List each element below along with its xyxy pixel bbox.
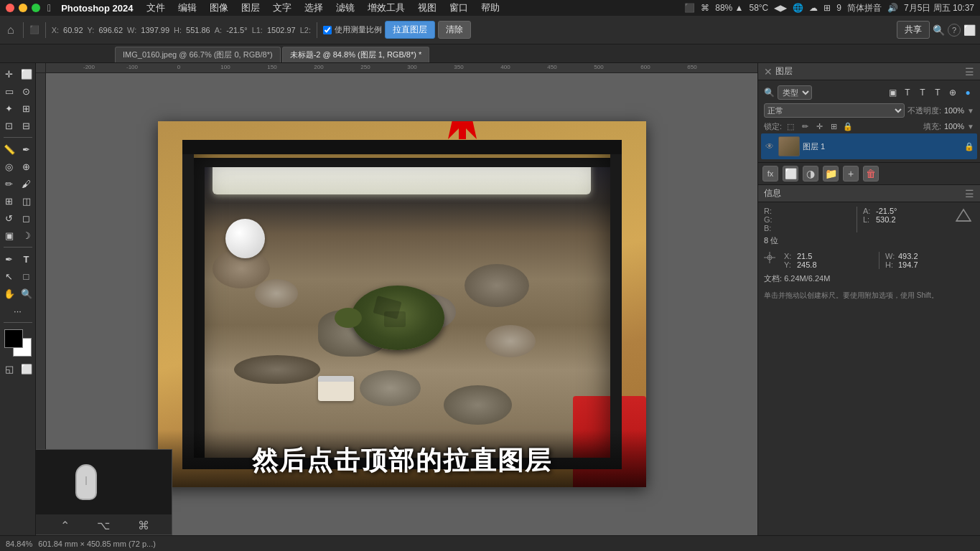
layer-delete-btn[interactable]: 🗑 (863, 166, 879, 182)
layer-shape-filter[interactable]: T (916, 86, 929, 99)
layer-fx-btn[interactable]: fx (762, 166, 778, 182)
footer-alt-icon[interactable]: ⌥ (97, 519, 110, 532)
layers-type-select[interactable]: 类型 (778, 85, 812, 100)
search-icon[interactable]: 🔍 (933, 24, 945, 36)
straighten-layer-button[interactable]: 拉直图层 (385, 21, 435, 39)
layer-smart-filter[interactable]: T (931, 86, 944, 99)
layer-adjust-btn[interactable]: ◑ (803, 166, 818, 182)
info-body: R: G: B: A: -21.5° L: (758, 202, 980, 535)
clear-button[interactable]: 清除 (438, 21, 471, 39)
measure-tool[interactable]: 📏 (1, 141, 17, 157)
menu-plugin[interactable]: 增效工具 (363, 1, 409, 14)
history-brush-tool[interactable]: ↺ (1, 210, 17, 226)
menu-view[interactable]: 视图 (414, 1, 441, 14)
slice-tool[interactable]: ⊟ (19, 118, 34, 133)
menu-help[interactable]: 帮助 (477, 1, 504, 14)
object-select-tool[interactable]: ⊞ (19, 100, 34, 116)
clone-tool[interactable]: ⊞ (1, 193, 17, 209)
info-w-label: W: (885, 252, 895, 260)
layers-mode-select[interactable]: 正常 (764, 103, 905, 118)
tool-group-9: ↺ ◻ (1, 210, 34, 226)
crop-tool[interactable]: ⊡ (1, 118, 17, 133)
minimize-button[interactable] (19, 4, 27, 12)
help-icon[interactable]: ? (948, 24, 961, 37)
menu-text[interactable]: 文字 (269, 1, 296, 14)
mixer-brush-tool[interactable]: 🖌 (19, 176, 34, 192)
patch-tool[interactable]: ⊕ (19, 159, 34, 174)
eyedropper-tool[interactable]: ✒ (19, 141, 34, 157)
layer-item-1[interactable]: 👁 图层 1 🔒 (761, 133, 977, 159)
quick-select-tool[interactable]: ✦ (1, 100, 17, 116)
hand-tool[interactable]: ✋ (1, 286, 17, 301)
layer-adjust-filter[interactable]: T (901, 86, 914, 99)
maximize-button[interactable] (32, 4, 40, 12)
menu-notif: 9 (836, 3, 841, 13)
dodge-tool[interactable]: ☽ (19, 227, 34, 243)
pattern-stamp-tool[interactable]: ◫ (19, 193, 34, 209)
layer-filter-toggle[interactable]: ● (961, 86, 974, 99)
menu-edit[interactable]: 编辑 (174, 1, 201, 14)
apple-icon[interactable]:  (47, 2, 51, 14)
menu-file[interactable]: 文件 (142, 1, 169, 14)
zoom-tool[interactable]: 🔍 (19, 286, 34, 301)
ruler-label: 150 (267, 64, 276, 70)
layer-effect-filter[interactable]: ⊕ (946, 86, 959, 99)
measure-checkbox[interactable]: 使用测量比例 (323, 24, 382, 35)
ruler-label: 650 (687, 64, 696, 70)
tab-untitled2[interactable]: 未标题-2 @ 84.8% (图层 1, RGB/8*) * (282, 47, 430, 62)
lock-transparent-btn[interactable]: ⬚ (785, 121, 796, 132)
layer-name-1: 图层 1 (803, 141, 961, 152)
footer-ctrl-icon[interactable]: ⌃ (60, 519, 70, 532)
tab-img0160[interactable]: IMG_0160.jpeg @ 66.7% (图层 0, RGB/8*) (115, 47, 281, 62)
info-panel-options[interactable]: ☰ (965, 188, 974, 199)
fill-chevron[interactable]: ▼ (967, 123, 974, 131)
lock-pixels-btn[interactable]: ✏ (799, 121, 811, 132)
spot-heal-tool[interactable]: ◎ (1, 159, 17, 174)
foreground-color[interactable] (4, 329, 23, 348)
gradient-tool[interactable]: ▣ (1, 227, 17, 243)
home-button[interactable]: ⌂ (4, 21, 17, 39)
layer-new-btn[interactable]: + (843, 166, 859, 182)
lasso-tool[interactable]: ⊙ (19, 83, 34, 99)
layer-pixel-filter[interactable]: ▣ (886, 86, 899, 99)
lock-artboard-btn[interactable]: ⊞ (828, 121, 839, 132)
menu-window[interactable]: 窗口 (445, 1, 472, 14)
layers-panel-close[interactable]: ✕ (764, 66, 773, 77)
menu-layer[interactable]: 图层 (237, 1, 264, 14)
document-canvas[interactable]: 然后点击顶部的拉直图层 (158, 121, 646, 487)
pen-tool[interactable]: ✒ (1, 251, 17, 267)
tool-group-10: ▣ ☽ (1, 227, 34, 243)
brush-tool[interactable]: ✏ (1, 176, 17, 192)
color-swatches[interactable] (4, 329, 32, 357)
type-tool[interactable]: T (19, 251, 34, 267)
artboard-tool[interactable]: ⬜ (19, 66, 34, 82)
layer-group-btn[interactable]: 📁 (823, 166, 839, 182)
app-name[interactable]: Photoshop 2024 (57, 3, 137, 14)
workspace-icon[interactable]: ⬜ (963, 24, 976, 36)
marquee-tool[interactable]: ▭ (1, 83, 17, 99)
menu-filter[interactable]: 滤镜 (332, 1, 359, 14)
layer-visibility-1[interactable]: 👁 (764, 141, 775, 152)
quick-mask-btn[interactable]: ◱ (1, 361, 17, 377)
lock-position-btn[interactable]: ✛ (813, 121, 825, 132)
move-tool[interactable]: ✛ (1, 66, 17, 82)
x-label: X: (52, 26, 59, 34)
opacity-chevron[interactable]: ▼ (967, 107, 974, 115)
share-button[interactable]: 共享 (897, 21, 930, 39)
more-tools-btn[interactable]: ··· (10, 303, 26, 319)
layer-mask-btn[interactable]: ⬜ (783, 166, 798, 182)
info-panel-header: 信息 ☰ (758, 185, 980, 202)
footer-cmd-icon[interactable]: ⌘ (138, 519, 149, 532)
path-select-tool[interactable]: ↖ (1, 268, 17, 284)
rectangle-tool[interactable]: □ (19, 268, 34, 284)
fill-label: 填充: (923, 121, 941, 132)
menu-image[interactable]: 图像 (205, 1, 233, 14)
lock-all-btn[interactable]: 🔒 (842, 121, 854, 132)
eraser-tool[interactable]: ◻ (19, 210, 34, 226)
measure-checkbox-input[interactable] (323, 26, 332, 34)
info-r-row: R: (764, 207, 851, 215)
layers-panel-options[interactable]: ☰ (965, 66, 974, 77)
menu-select[interactable]: 选择 (300, 1, 327, 14)
close-button[interactable] (6, 4, 14, 12)
screen-mode-btn[interactable]: ⬜ (19, 361, 34, 377)
